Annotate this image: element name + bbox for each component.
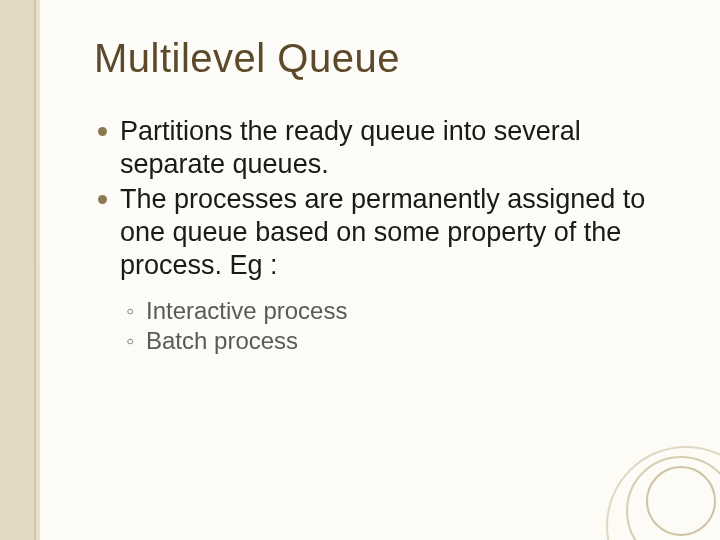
- bullet-item: Partitions the ready queue into several …: [120, 115, 674, 181]
- bullet-text: The processes are permanently assigned t…: [120, 184, 645, 280]
- bullet-list: Partitions the ready queue into several …: [94, 115, 674, 357]
- deco-ring-icon: [606, 446, 720, 540]
- corner-decoration: [616, 466, 706, 526]
- sub-bullet-item: Batch process: [146, 326, 674, 357]
- sub-bullet-text: Interactive process: [146, 297, 347, 324]
- slide: Multilevel Queue Partitions the ready qu…: [0, 0, 720, 540]
- left-accent-stripe: [0, 0, 36, 540]
- bullet-text: Partitions the ready queue into several …: [120, 116, 581, 179]
- bullet-item: The processes are permanently assigned t…: [120, 183, 674, 357]
- deco-ring-icon: [626, 456, 720, 540]
- deco-ring-icon: [646, 466, 716, 536]
- slide-title: Multilevel Queue: [94, 36, 674, 81]
- slide-content: Multilevel Queue Partitions the ready qu…: [94, 36, 674, 359]
- sub-bullet-item: Interactive process: [146, 296, 674, 327]
- sub-bullet-text: Batch process: [146, 327, 298, 354]
- sub-bullet-list: Interactive process Batch process: [120, 296, 674, 357]
